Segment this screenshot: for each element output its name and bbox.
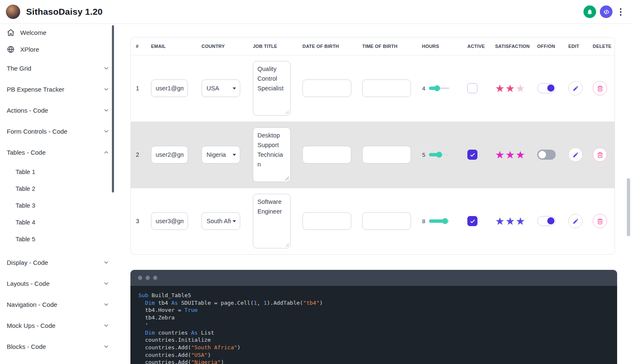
code-line: Dim countries As List bbox=[138, 329, 617, 337]
sidebar-item-display-code[interactable]: Display - Code bbox=[0, 252, 118, 273]
sidebar-item-layouts-code[interactable]: Layouts - Code bbox=[0, 273, 118, 294]
bell-icon bbox=[586, 8, 593, 15]
notifications-button[interactable] bbox=[583, 5, 596, 18]
code-window-titlebar bbox=[130, 270, 617, 286]
sidebar-item-label: Blocks - Code bbox=[7, 343, 98, 350]
chevron-down-icon bbox=[103, 107, 109, 113]
country-select[interactable]: USA bbox=[201, 79, 240, 97]
star-icon[interactable]: ★ bbox=[495, 83, 504, 94]
resize-handle-icon[interactable] bbox=[285, 243, 289, 247]
email-input[interactable] bbox=[151, 212, 188, 230]
column-header-date-of-birth: DATE OF BIRTH bbox=[297, 37, 357, 55]
slider-thumb[interactable] bbox=[434, 85, 440, 91]
page-scrollbar-thumb[interactable] bbox=[627, 178, 630, 236]
active-checkbox[interactable] bbox=[467, 216, 477, 226]
sidebar-item-blocks-code[interactable]: Blocks - Code bbox=[0, 336, 118, 357]
chevron-down-icon bbox=[103, 128, 109, 135]
star-icon[interactable]: ★ bbox=[505, 216, 514, 227]
hours-slider[interactable] bbox=[429, 152, 449, 158]
edit-button[interactable] bbox=[568, 148, 583, 162]
delete-button[interactable] bbox=[593, 214, 607, 228]
job-title-text: Quality Control Specialist bbox=[257, 64, 286, 93]
sidebar-item-label: XPlore bbox=[20, 46, 109, 53]
time-of-birth-input[interactable] bbox=[362, 146, 411, 164]
sidebar-item-table-2[interactable]: Table 2 bbox=[0, 180, 118, 197]
hours-value: 8 bbox=[422, 218, 425, 224]
code-line: Dim tb4 As SDUITable = page.Cell(1, 1).A… bbox=[138, 299, 617, 307]
slider-thumb[interactable] bbox=[442, 218, 448, 224]
sidebar-item-navigation-code[interactable]: Navigation - Code bbox=[0, 294, 118, 315]
sidebar-item-label: Layouts - Code bbox=[7, 280, 98, 287]
delete-button[interactable] bbox=[593, 148, 607, 162]
slider-thumb[interactable] bbox=[436, 152, 442, 158]
code-button[interactable] bbox=[600, 5, 612, 18]
star-icon[interactable]: ★ bbox=[516, 216, 525, 227]
sidebar-item-table-5[interactable]: Table 5 bbox=[0, 231, 118, 248]
date-of-birth-input[interactable] bbox=[302, 212, 351, 230]
star-icon[interactable]: ★ bbox=[495, 150, 504, 160]
email-input[interactable] bbox=[151, 79, 188, 97]
sidebar-item-pb-expense-tracker[interactable]: PB Expense Tracker bbox=[0, 79, 118, 100]
code-icon bbox=[603, 8, 610, 16]
sidebar-item-xplore[interactable]: XPlore bbox=[0, 41, 118, 58]
trash-icon bbox=[597, 85, 603, 92]
sidebar-item-table-3[interactable]: Table 3 bbox=[0, 197, 118, 214]
onoff-toggle[interactable] bbox=[537, 216, 556, 226]
hours-slider[interactable] bbox=[429, 85, 449, 91]
table-row: 2NigeriaDesktop Support Technician5★★★ bbox=[131, 121, 615, 188]
job-title-textarea[interactable]: Software Engineer bbox=[253, 194, 291, 248]
edit-button[interactable] bbox=[568, 81, 583, 95]
table-body: 1USAQuality Control Specialist4★★★2Niger… bbox=[131, 55, 615, 254]
overflow-menu-button[interactable] bbox=[616, 7, 625, 17]
delete-button[interactable] bbox=[593, 81, 607, 95]
sidebar-subitem-label: Table 4 bbox=[16, 219, 35, 226]
date-of-birth-input[interactable] bbox=[302, 79, 351, 97]
country-select[interactable]: South Africa bbox=[201, 212, 240, 230]
time-of-birth-input[interactable] bbox=[362, 79, 411, 97]
sidebar-scrollbar[interactable] bbox=[112, 25, 114, 193]
job-title-textarea[interactable]: Quality Control Specialist bbox=[253, 61, 291, 116]
satisfaction-rating: ★★★ bbox=[495, 83, 532, 94]
star-icon[interactable]: ★ bbox=[516, 150, 525, 160]
onoff-toggle[interactable] bbox=[537, 150, 556, 160]
code-mockup-window: Sub Build_Table5 Dim tb4 As SDUITable = … bbox=[130, 270, 617, 364]
code-line: tb4.Hover = True bbox=[138, 306, 617, 314]
sidebar-item-table-4[interactable]: Table 4 bbox=[0, 214, 118, 231]
sidebar-item-tables-code[interactable]: Tables - Code bbox=[0, 142, 118, 163]
star-icon[interactable]: ★ bbox=[505, 83, 514, 94]
avatar[interactable] bbox=[6, 5, 20, 19]
active-checkbox[interactable] bbox=[467, 150, 477, 160]
resize-handle-icon[interactable] bbox=[285, 110, 289, 114]
sidebar-item-welcome[interactable]: Welcome bbox=[0, 24, 118, 41]
resize-handle-icon[interactable] bbox=[285, 177, 289, 180]
email-input[interactable] bbox=[151, 146, 188, 164]
sidebar-item-mock-ups-code[interactable]: Mock Ups - Code bbox=[0, 315, 118, 336]
star-icon[interactable]: ★ bbox=[516, 83, 525, 94]
star-icon[interactable]: ★ bbox=[495, 216, 504, 227]
sidebar-item-form-controls-code[interactable]: Form Controls - Code bbox=[0, 121, 118, 142]
active-checkbox[interactable] bbox=[467, 83, 477, 93]
sidebar-item-the-grid[interactable]: The Grid bbox=[0, 58, 118, 79]
hours-value: 5 bbox=[422, 152, 425, 158]
sidebar-nav: WelcomeXPloreThe GridPB Expense TrackerA… bbox=[0, 24, 118, 357]
sidebar-item-label: Tables - Code bbox=[7, 149, 98, 156]
hours-slider[interactable] bbox=[429, 218, 449, 224]
chevron-down-icon bbox=[103, 86, 109, 92]
country-select[interactable]: Nigeria bbox=[201, 146, 240, 164]
date-of-birth-input[interactable] bbox=[302, 146, 351, 164]
toggle-knob bbox=[547, 84, 554, 92]
chevron-down-icon bbox=[103, 322, 109, 329]
sidebar-item-actions-code[interactable]: Actions - Code bbox=[0, 100, 118, 121]
column-header-hours: HOURS bbox=[417, 37, 462, 55]
code-line: countries.Add("South Africa") bbox=[138, 344, 617, 351]
edit-button[interactable] bbox=[568, 214, 583, 228]
code-line: countries.Add("Nigeria") bbox=[138, 359, 617, 364]
sidebar-item-table-1[interactable]: Table 1 bbox=[0, 164, 118, 180]
onoff-toggle[interactable] bbox=[537, 83, 556, 93]
star-icon[interactable]: ★ bbox=[505, 150, 514, 160]
code-line: countries.Add("USA") bbox=[138, 351, 617, 359]
job-title-textarea[interactable]: Desktop Support Technician bbox=[253, 127, 291, 182]
table-row: 1USAQuality Control Specialist4★★★ bbox=[131, 55, 615, 121]
time-of-birth-input[interactable] bbox=[362, 212, 411, 230]
page-scrollbar[interactable] bbox=[626, 0, 631, 364]
